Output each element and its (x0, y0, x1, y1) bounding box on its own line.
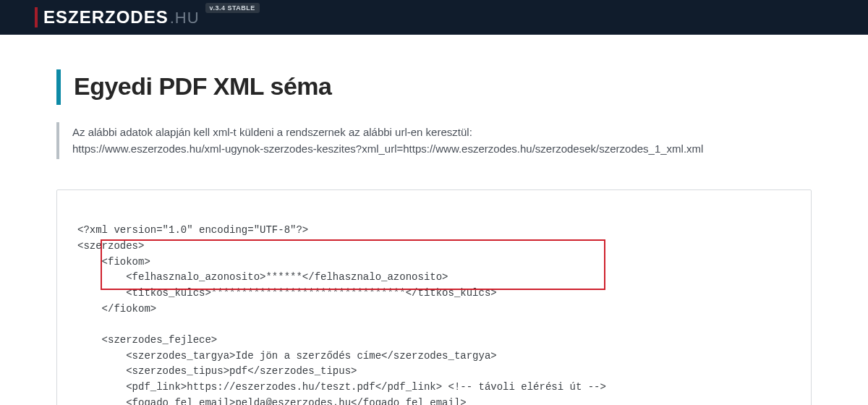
code-line: <?xml version="1.0" encoding="UTF-8"?> (77, 224, 308, 236)
code-line: <szerzodes> (77, 240, 144, 252)
code-line: <pdf_link>https://eszerzodes.hu/teszt.pd… (77, 381, 606, 393)
code-line: <szerzodes_tipus>pdf</szerzodes_tipus> (77, 365, 357, 377)
brand-main-text: ESZERZODES (43, 7, 169, 27)
version-badge: v.3.4 STABLE (205, 3, 260, 13)
intro-line-1: Az alábbi adatok alapján kell xml-t küld… (72, 124, 812, 140)
xml-code-block: <?xml version="1.0" encoding="UTF-8"?> <… (77, 208, 791, 406)
code-line: <felhasznalo_azonosito>******</felhaszna… (77, 271, 448, 283)
code-line: </fiokom> (77, 303, 156, 315)
code-line: <szerzodes_fejlece> (77, 334, 217, 346)
page-content: Egyedi PDF XML séma Az alábbi adatok ala… (0, 35, 868, 405)
page-title: Egyedi PDF XML séma (74, 72, 812, 101)
top-navbar: ESZERZODES .HU v.3.4 STABLE (0, 0, 868, 35)
code-line: <fiokom> (77, 256, 150, 268)
code-line: <titkos_kulcs>**************************… (77, 287, 497, 299)
intro-block: Az alábbi adatok alapján kell xml-t küld… (56, 122, 812, 159)
brand-suffix-text: .HU (170, 9, 200, 27)
page-title-block: Egyedi PDF XML séma (56, 69, 812, 105)
brand-logo[interactable]: ESZERZODES .HU (43, 7, 200, 27)
code-line: <szerzodes_targya>Ide jön a szerződés cí… (77, 350, 497, 362)
code-line: <fogado_fel_email>pelda@eszerzodes.hu</f… (77, 397, 467, 405)
intro-line-2: https://www.eszerzodes.hu/xml-ugynok-sze… (72, 140, 812, 157)
xml-code-panel: <?xml version="1.0" encoding="UTF-8"?> <… (56, 189, 812, 406)
